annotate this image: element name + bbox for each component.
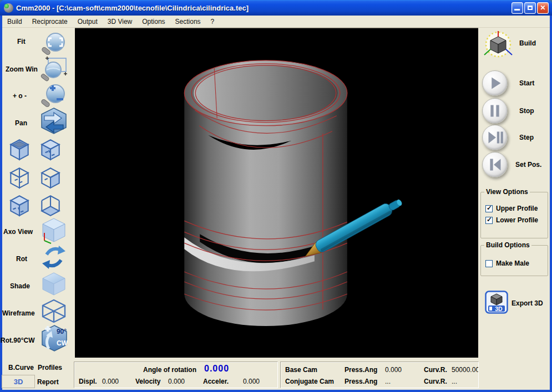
tab-bcurve[interactable]: B.Curve: [8, 364, 34, 371]
upper-profile-row[interactable]: Upper Profile: [485, 205, 538, 212]
set-position-icon: [483, 152, 507, 177]
axo-view-label: Axo View: [3, 228, 33, 236]
start-button[interactable]: [482, 70, 508, 96]
lower-profile-row[interactable]: Lower Profile: [485, 216, 538, 224]
svg-text:3D: 3D: [495, 306, 503, 312]
build-label: Build: [519, 39, 536, 47]
rotate-90cw-icon[interactable]: 90° CW: [40, 324, 68, 352]
view-cube-wireframe[interactable]: [7, 165, 32, 190]
fit-label: Fit: [17, 38, 26, 45]
axo-view-icon[interactable]: [40, 216, 68, 244]
svg-text:CW: CW: [57, 339, 68, 347]
base-curv-r-value: 50000.00: [452, 366, 479, 374]
base-press-ang-label: Press.Ang: [345, 366, 377, 374]
displ-value: 0.000: [102, 378, 119, 385]
window-title: Cmm2000 - [C:\cam-soft\cmm2000\tecnofile…: [16, 4, 249, 12]
menu-item-reciprocate[interactable]: Reciprocate: [27, 16, 73, 27]
make-male-label: Make Male: [496, 259, 529, 267]
angle-of-rotation-label: Angle of rotation: [143, 366, 196, 374]
make-male-row[interactable]: Make Male: [485, 259, 529, 267]
upper-profile-checkbox[interactable]: [485, 205, 493, 212]
export-3d-icon[interactable]: 3D: [485, 291, 508, 314]
conjugate-press-ang-label: Press.Ang: [345, 378, 377, 385]
angle-of-rotation-value: 0.000: [204, 364, 229, 374]
shade-icon[interactable]: [41, 271, 67, 297]
menu-item-sections[interactable]: Sections: [170, 16, 206, 27]
upper-profile-label: Upper Profile: [496, 205, 538, 212]
displ-label: Displ.: [79, 378, 97, 385]
cam-cylinder: [184, 60, 347, 326]
stop-button[interactable]: [482, 98, 508, 124]
view-cube-wire-bottom-face[interactable]: [38, 192, 63, 218]
pause-icon: [483, 99, 507, 123]
zoom-win-label: Zoom Win: [6, 65, 38, 73]
viewport-3d[interactable]: [75, 28, 478, 358]
base-cam-label: Base Cam: [285, 366, 317, 374]
conjugate-press-ang-value: ...: [385, 378, 391, 385]
menubar: Build Reciprocate Output 3D View Options…: [2, 16, 550, 28]
app-window: Cmm2000 - [C:\cam-soft\cmm2000\tecnofile…: [0, 0, 552, 392]
rot-label: Rot: [16, 255, 27, 263]
tab-report[interactable]: Report: [37, 378, 59, 386]
view-cube-bottom-marks[interactable]: [7, 192, 32, 218]
zoom-in-out-icon[interactable]: [40, 81, 69, 110]
window-titlebar: Cmm2000 - [C:\cam-soft\cmm2000\tecnofile…: [0, 0, 552, 16]
view-options-title: View Options: [484, 188, 530, 196]
base-press-ang-value: 0.000: [385, 366, 402, 374]
minimize-button[interactable]: ▬: [512, 2, 523, 14]
wireframe-icon[interactable]: [41, 298, 67, 324]
cam-status-panel: Base Cam Press.Ang 0.000 Curv.R. 50000.0…: [280, 362, 479, 388]
zoom-in-out-label: + o -: [13, 92, 27, 100]
svg-text:90°: 90°: [57, 328, 67, 335]
acceler-value: 0.000: [243, 378, 260, 385]
menu-item-help[interactable]: ?: [206, 16, 220, 27]
export-3d-label: Export 3D: [512, 299, 543, 307]
menu-item-build[interactable]: Build: [2, 16, 27, 27]
velocity-label: Velocity: [135, 378, 160, 385]
menu-item-3d-view[interactable]: 3D View: [103, 16, 137, 27]
play-icon: [483, 71, 507, 95]
pan-icon[interactable]: [40, 108, 67, 134]
start-label: Start: [519, 79, 534, 87]
conjugate-curv-r-value: ...: [452, 378, 457, 385]
menu-item-output[interactable]: Output: [73, 16, 103, 27]
stop-label: Stop: [519, 107, 534, 115]
build-options-title: Build Options: [484, 241, 531, 249]
step-label: Step: [519, 134, 534, 141]
make-male-checkbox[interactable]: [485, 260, 493, 267]
motion-status-panel: Angle of rotation 0.000 Displ. 0.000 Vel…: [74, 362, 278, 388]
set-pos-button[interactable]: [482, 152, 508, 177]
tab-profiles[interactable]: Profiles: [38, 364, 62, 371]
view-cube-open-top[interactable]: [7, 136, 32, 162]
view-cube-wire-right-face[interactable]: [38, 165, 63, 190]
wireframe-label: Wireframe: [2, 309, 35, 317]
tab-3d[interactable]: 3D: [2, 375, 35, 388]
lower-profile-label: Lower Profile: [496, 216, 538, 224]
rot-90cw-label: Rot.90°CW: [1, 337, 34, 344]
pan-label: Pan: [15, 119, 27, 127]
maximize-button[interactable]: [524, 2, 536, 14]
rotate-icon[interactable]: [40, 243, 68, 271]
build-icon[interactable]: [483, 30, 514, 59]
close-button[interactable]: ✕: [537, 2, 549, 14]
base-curv-r-label: Curv.R.: [424, 366, 447, 374]
shade-label: Shade: [10, 282, 30, 290]
zoom-window-icon[interactable]: [40, 55, 69, 84]
step-button[interactable]: [482, 125, 508, 150]
zoom-fit-icon[interactable]: [40, 30, 68, 58]
app-icon[interactable]: [4, 3, 13, 13]
acceler-label: Acceler.: [203, 378, 229, 385]
conjugate-curv-r-label: Curv.R.: [424, 378, 447, 385]
menu-item-options[interactable]: Options: [137, 16, 170, 27]
velocity-value: 0.000: [168, 378, 185, 385]
conjugate-cam-label: Conjugate Cam: [285, 378, 334, 385]
view-options-group: View Options Upper Profile Lower Profile: [480, 192, 548, 238]
build-options-group: Build Options Make Male: [480, 245, 548, 276]
step-icon: [483, 125, 507, 150]
set-pos-label: Set Pos.: [515, 161, 541, 169]
lower-profile-checkbox[interactable]: [485, 217, 493, 224]
view-cube-front-marks[interactable]: [38, 136, 63, 162]
